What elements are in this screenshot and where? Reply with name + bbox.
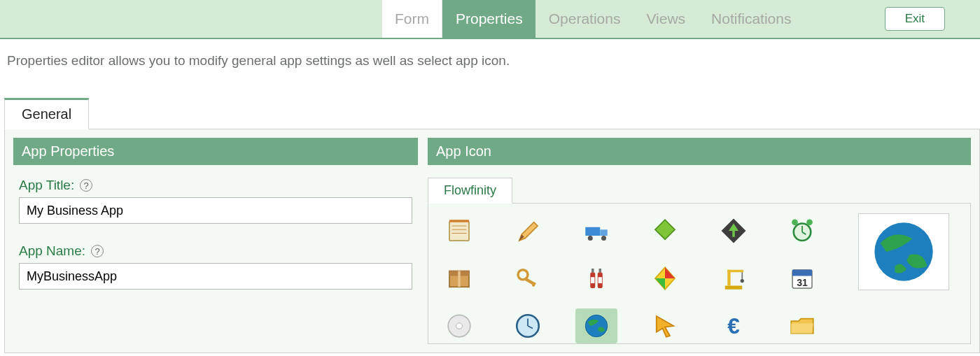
page-description: Properties editor allows you to modify g… — [0, 39, 980, 74]
package-icon[interactable] — [438, 261, 480, 296]
up-arrow-diamond-icon[interactable] — [713, 213, 755, 248]
panel: App Properties App Title: ? App Name: ? … — [4, 129, 980, 353]
section-header-app-icon: App Icon — [428, 138, 971, 165]
top-navtabs: Form Properties Operations Views Notific… — [382, 0, 804, 38]
crane-icon[interactable] — [713, 261, 755, 296]
svg-rect-21 — [458, 271, 461, 287]
svg-point-38 — [741, 279, 744, 283]
tab-views[interactable]: Views — [633, 0, 698, 38]
svg-point-51 — [874, 222, 932, 280]
svg-marker-49 — [657, 316, 674, 337]
app-name-label: App Name: — [19, 243, 85, 259]
content-subtabs: General — [4, 98, 980, 129]
content-region: General App Properties App Title: ? App … — [0, 74, 980, 353]
app-name-input[interactable] — [19, 263, 412, 290]
ketchup-icon[interactable] — [575, 261, 617, 296]
subtab-general[interactable]: General — [4, 98, 89, 129]
euro-icon[interactable]: € — [713, 308, 755, 343]
svg-point-17 — [792, 219, 798, 225]
svg-text:31: 31 — [797, 277, 808, 288]
exit-button[interactable]: Exit — [885, 7, 945, 31]
svg-rect-4 — [449, 220, 469, 222]
svg-text:€: € — [727, 313, 740, 339]
app-title-label-row: App Title: ? — [19, 178, 412, 193]
cursor-arrow-icon[interactable] — [644, 308, 686, 343]
svg-rect-7 — [585, 227, 600, 236]
svg-rect-29 — [591, 277, 594, 283]
clock-icon[interactable] — [507, 308, 549, 343]
svg-point-18 — [806, 219, 813, 225]
col-app-icon: App Icon Flowfinity — [428, 138, 971, 344]
tab-properties[interactable]: Properties — [442, 0, 536, 38]
tab-form[interactable]: Form — [382, 0, 442, 38]
svg-point-10 — [601, 236, 606, 241]
icon-grid: 31 € — [438, 213, 830, 343]
app-name-label-row: App Name: ? — [19, 243, 412, 259]
highlighter-icon[interactable] — [644, 213, 686, 248]
icon-picker-box: 31 € — [428, 203, 971, 344]
app-title-input[interactable] — [19, 197, 412, 224]
globe-icon[interactable] — [575, 308, 617, 343]
svg-rect-34 — [725, 286, 743, 290]
top-navbar: Form Properties Operations Views Notific… — [0, 0, 980, 39]
cd-icon[interactable] — [438, 308, 480, 343]
svg-point-43 — [456, 323, 463, 329]
help-icon[interactable]: ? — [80, 179, 92, 192]
help-icon[interactable]: ? — [91, 245, 104, 257]
tab-operations[interactable]: Operations — [536, 0, 634, 38]
col-app-properties: App Properties App Title: ? App Name: ? — [13, 138, 418, 344]
app-title-label: App Title: — [19, 178, 74, 193]
section-header-app-properties: App Properties — [13, 138, 418, 165]
selected-icon-preview — [858, 213, 949, 290]
app-properties-body: App Title: ? App Name: ? — [13, 165, 418, 309]
truck-icon[interactable] — [575, 213, 617, 248]
svg-marker-11 — [655, 220, 675, 239]
svg-rect-40 — [792, 270, 812, 276]
keys-icon[interactable] — [507, 261, 549, 296]
svg-rect-36 — [727, 270, 743, 273]
kite-icon[interactable] — [644, 261, 686, 296]
exit-wrap: Exit — [885, 0, 980, 38]
icon-subtab-row: Flowfinity — [428, 178, 971, 203]
svg-rect-0 — [449, 221, 469, 241]
svg-rect-8 — [600, 229, 608, 236]
folder-icon[interactable] — [781, 308, 823, 343]
tab-notifications[interactable]: Notifications — [698, 0, 804, 38]
pencil-icon[interactable] — [507, 213, 549, 248]
alarm-clock-icon[interactable] — [781, 213, 823, 248]
svg-rect-27 — [592, 269, 594, 272]
notepad-icon[interactable] — [438, 213, 480, 248]
icon-subtab-flowfinity[interactable]: Flowfinity — [428, 178, 512, 204]
svg-rect-28 — [599, 269, 602, 272]
calendar-31-icon[interactable]: 31 — [781, 261, 823, 296]
svg-point-9 — [588, 236, 593, 241]
svg-rect-30 — [598, 277, 602, 283]
